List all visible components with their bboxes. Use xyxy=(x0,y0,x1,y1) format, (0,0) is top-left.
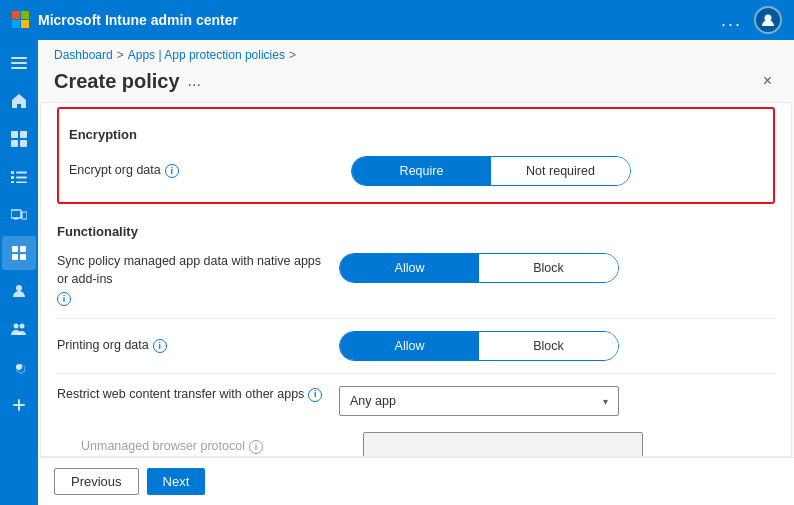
svg-rect-8 xyxy=(11,131,18,138)
restrict-web-info-icon[interactable]: i xyxy=(308,388,322,402)
panel-footer: Previous Next xyxy=(38,457,794,505)
functionality-section-header: Functionality xyxy=(57,214,775,245)
encrypt-require-button[interactable]: Require xyxy=(352,157,491,185)
encrypt-org-data-label: Encrypt org data i xyxy=(69,162,339,180)
printing-toggle-group: Allow Block xyxy=(339,331,619,361)
svg-rect-21 xyxy=(12,246,18,252)
app-layout: Dashboard > Apps | App protection polici… xyxy=(0,40,794,505)
breadcrumb: Dashboard > Apps | App protection polici… xyxy=(38,40,794,66)
sidebar-item-home[interactable] xyxy=(2,84,36,118)
sidebar-item-dashboard[interactable] xyxy=(2,122,36,156)
restrict-web-control: Any app ▾ xyxy=(339,386,775,416)
printing-control: Allow Block xyxy=(339,331,775,361)
restrict-web-row: Restrict web content transfer with other… xyxy=(57,378,775,424)
encrypt-org-data-control: Require Not required xyxy=(351,156,763,186)
encryption-section: Encryption Encrypt org data i Require No… xyxy=(57,107,775,204)
svg-rect-12 xyxy=(11,171,14,174)
sidebar-item-devices[interactable] xyxy=(2,198,36,232)
header-right: ... xyxy=(721,6,782,34)
close-button[interactable]: × xyxy=(757,68,778,94)
svg-rect-18 xyxy=(11,210,21,218)
svg-rect-16 xyxy=(11,181,14,183)
main-content: Dashboard > Apps | App protection polici… xyxy=(38,40,794,505)
restrict-web-dropdown[interactable]: Any app ▾ xyxy=(339,386,619,416)
svg-point-25 xyxy=(16,285,22,291)
svg-rect-24 xyxy=(20,254,26,260)
restrict-web-chevron: ▾ xyxy=(603,396,608,407)
sidebar-item-list[interactable] xyxy=(2,160,36,194)
svg-rect-3 xyxy=(21,20,29,28)
svg-rect-13 xyxy=(16,172,27,174)
restrict-web-label: Restrict web content transfer with other… xyxy=(57,386,327,404)
unmanaged-browser-control xyxy=(363,432,775,457)
app-title: Microsoft Intune admin center xyxy=(12,11,238,29)
header-more-button[interactable]: ... xyxy=(721,10,742,31)
svg-point-27 xyxy=(20,324,25,329)
avatar[interactable] xyxy=(754,6,782,34)
page-title: Create policy xyxy=(54,70,180,93)
svg-rect-9 xyxy=(20,131,27,138)
unmanaged-browser-input[interactable] xyxy=(363,432,643,457)
svg-rect-23 xyxy=(12,254,18,260)
printing-allow-button[interactable]: Allow xyxy=(340,332,479,360)
divider-2 xyxy=(57,373,775,374)
encrypt-org-data-row: Encrypt org data i Require Not required xyxy=(69,148,763,194)
printing-block-button[interactable]: Block xyxy=(479,332,618,360)
printing-org-data-label: Printing org data i xyxy=(57,337,327,355)
breadcrumb-apps[interactable]: Apps | App protection policies xyxy=(128,48,285,62)
printing-info-icon[interactable]: i xyxy=(153,339,167,353)
unmanaged-browser-row: Unmanaged browser protocol i xyxy=(57,424,775,457)
sidebar-item-cross[interactable] xyxy=(2,388,36,422)
svg-rect-14 xyxy=(11,176,14,179)
svg-rect-0 xyxy=(12,11,20,19)
unmanaged-browser-label: Unmanaged browser protocol i xyxy=(81,438,351,456)
sync-policy-row: Sync policy managed app data with native… xyxy=(57,245,775,314)
sidebar-item-expand[interactable] xyxy=(2,46,36,80)
svg-rect-6 xyxy=(11,62,27,64)
app-header: Microsoft Intune admin center ... xyxy=(0,0,794,40)
sync-block-button[interactable]: Block xyxy=(479,254,618,282)
svg-rect-7 xyxy=(11,67,27,69)
printing-org-data-row: Printing org data i Allow Block xyxy=(57,323,775,369)
app-logo xyxy=(12,11,30,29)
svg-rect-10 xyxy=(11,140,18,147)
sync-allow-button[interactable]: Allow xyxy=(340,254,479,282)
sidebar xyxy=(0,40,38,505)
svg-rect-1 xyxy=(21,11,29,19)
svg-rect-11 xyxy=(20,140,27,147)
breadcrumb-sep-2: > xyxy=(289,48,296,62)
encrypt-toggle-group: Require Not required xyxy=(351,156,631,186)
encryption-section-header: Encryption xyxy=(69,117,763,148)
svg-point-26 xyxy=(14,324,19,329)
breadcrumb-sep-1: > xyxy=(117,48,124,62)
sync-policy-info-icon[interactable]: i xyxy=(57,292,71,306)
svg-rect-20 xyxy=(14,218,18,220)
encrypt-not-required-button[interactable]: Not required xyxy=(491,157,630,185)
encrypt-org-data-info-icon[interactable]: i xyxy=(165,164,179,178)
next-button[interactable]: Next xyxy=(147,468,206,495)
svg-rect-15 xyxy=(16,177,27,179)
breadcrumb-dashboard[interactable]: Dashboard xyxy=(54,48,113,62)
svg-rect-17 xyxy=(16,182,27,184)
panel-body: Encryption Encrypt org data i Require No… xyxy=(40,102,792,457)
page-header: Create policy ... × xyxy=(38,66,794,102)
sidebar-item-apps[interactable] xyxy=(2,236,36,270)
sidebar-item-users[interactable] xyxy=(2,274,36,308)
previous-button[interactable]: Previous xyxy=(54,468,139,495)
svg-rect-5 xyxy=(11,57,27,59)
sidebar-item-groups[interactable] xyxy=(2,312,36,346)
unmanaged-browser-info-icon[interactable]: i xyxy=(249,440,263,454)
sync-toggle-group: Allow Block xyxy=(339,253,619,283)
svg-rect-19 xyxy=(22,212,27,219)
sync-policy-label: Sync policy managed app data with native… xyxy=(57,253,327,306)
divider-1 xyxy=(57,318,775,319)
page-title-more[interactable]: ... xyxy=(188,72,201,90)
svg-rect-22 xyxy=(20,246,26,252)
sync-policy-control: Allow Block xyxy=(339,253,775,283)
svg-rect-2 xyxy=(12,20,20,28)
sidebar-item-settings[interactable] xyxy=(2,350,36,384)
